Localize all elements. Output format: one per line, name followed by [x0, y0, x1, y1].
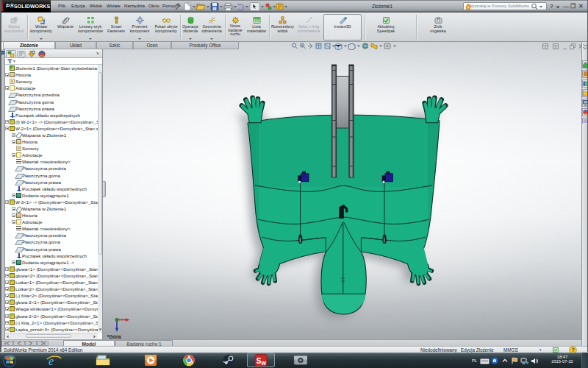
svg-text:W: W — [261, 360, 266, 365]
svg-text:*Góra: *Góra — [107, 334, 121, 339]
